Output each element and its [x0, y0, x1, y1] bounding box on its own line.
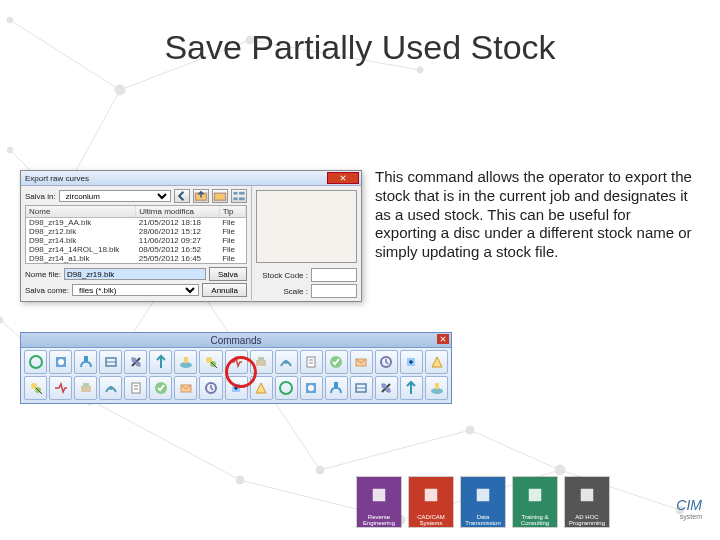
tool-icon [153, 354, 169, 370]
svg-rect-84 [581, 489, 594, 502]
tool-icon [253, 380, 269, 396]
toolbar-button[interactable] [124, 376, 147, 400]
tool-icon [103, 380, 119, 396]
tool-icon [78, 354, 94, 370]
toolbar-button[interactable] [350, 376, 373, 400]
file-row[interactable]: D98_zr14.blk11/06/2012 09:27File [26, 236, 246, 245]
svg-rect-51 [307, 357, 315, 367]
toolbar-button[interactable] [300, 350, 323, 374]
col-type[interactable]: Tip [219, 206, 245, 218]
up-folder-button[interactable] [193, 189, 209, 203]
close-icon [440, 336, 446, 342]
tile-icon [525, 485, 545, 505]
toolbar-button[interactable] [400, 376, 423, 400]
col-modified[interactable]: Ultima modifica [136, 206, 219, 218]
tool-icon [128, 380, 144, 396]
view-menu-button[interactable] [231, 189, 247, 203]
toolbar-button[interactable] [74, 350, 97, 374]
toolbar-button[interactable] [49, 376, 72, 400]
tool-icon [53, 354, 69, 370]
cim-logo: CIMsystem [676, 497, 702, 520]
tool-icon [78, 380, 94, 396]
toolbar-button[interactable] [425, 376, 448, 400]
toolbar-button[interactable] [149, 376, 172, 400]
new-folder-icon [213, 189, 227, 203]
tile-icon [473, 485, 493, 505]
filename-input[interactable] [64, 268, 206, 280]
toolbar-button[interactable] [375, 376, 398, 400]
toolbar-button[interactable] [99, 376, 122, 400]
toolbar-button[interactable] [225, 350, 248, 374]
back-icon [175, 189, 189, 203]
svg-point-28 [7, 147, 13, 153]
svg-point-42 [131, 358, 136, 363]
toolbar-button[interactable] [199, 350, 222, 374]
toolbar-button[interactable] [24, 376, 47, 400]
svg-rect-80 [373, 489, 386, 502]
file-list[interactable]: Nome Ultima modifica Tip D98_zr19_AA.blk… [25, 205, 247, 264]
scale-input[interactable] [311, 284, 357, 298]
toolbar-title[interactable]: Commands [21, 333, 451, 348]
toolbar-button[interactable] [275, 376, 298, 400]
tool-icon [203, 380, 219, 396]
toolbar-button[interactable] [250, 376, 273, 400]
save-in-combo[interactable]: zirconium [59, 190, 171, 202]
save-in-label: Salva in: [25, 192, 56, 201]
svg-rect-39 [84, 356, 88, 361]
toolbar-button[interactable] [425, 350, 448, 374]
footer-tile: Data Transmission [460, 476, 506, 528]
svg-rect-34 [239, 192, 245, 195]
svg-point-25 [316, 466, 324, 474]
svg-point-43 [135, 362, 140, 367]
back-button[interactable] [174, 189, 190, 203]
toolbar-button[interactable] [300, 376, 323, 400]
save-button[interactable]: Salva [209, 267, 247, 281]
toolbar-button[interactable] [99, 350, 122, 374]
toolbar-button[interactable] [325, 376, 348, 400]
filename-label: Nome file: [25, 270, 61, 279]
tool-icon [353, 380, 369, 396]
toolbar-button[interactable] [124, 350, 147, 374]
tool-icon [128, 354, 144, 370]
dialog-close-button[interactable] [327, 172, 359, 184]
svg-point-15 [115, 85, 125, 95]
dialog-titlebar[interactable]: Export raw curves [21, 171, 361, 186]
file-row[interactable]: D98_zr12.blk28/06/2012 15:12File [26, 227, 246, 236]
svg-point-62 [109, 386, 113, 390]
toolbar-button[interactable] [174, 376, 197, 400]
svg-point-76 [382, 384, 387, 389]
svg-rect-79 [435, 383, 439, 389]
file-row[interactable]: D98_zr14_a1.blk25/05/2012 16:45File [26, 254, 246, 263]
toolbar-button[interactable] [350, 350, 373, 374]
toolbar-button[interactable] [400, 350, 423, 374]
toolbar-button[interactable] [375, 350, 398, 374]
cancel-button[interactable]: Annulla [202, 283, 247, 297]
file-row[interactable]: D98_zr14_14ROL_18.blk08/05/2012 16:52Fil… [26, 245, 246, 254]
tool-icon [378, 380, 394, 396]
toolbar-close-button[interactable] [437, 334, 449, 344]
toolbar-button[interactable] [199, 376, 222, 400]
toolbar-button[interactable] [149, 350, 172, 374]
toolbar-button[interactable] [49, 350, 72, 374]
toolbar-button[interactable] [250, 350, 273, 374]
col-name[interactable]: Nome [26, 206, 136, 218]
svg-line-14 [470, 430, 560, 470]
savetype-combo[interactable]: files (*.blk) [72, 284, 199, 296]
toolbar-button[interactable] [225, 376, 248, 400]
stock-code-input[interactable] [311, 268, 357, 282]
new-folder-button[interactable] [212, 189, 228, 203]
svg-point-36 [30, 356, 42, 368]
svg-point-26 [466, 426, 474, 434]
file-row[interactable]: D98_zr19_AA.blk21/05/2012 18:18File [26, 218, 246, 228]
svg-rect-33 [233, 197, 237, 200]
toolbar-button[interactable] [74, 376, 97, 400]
dialog-title-text: Export raw curves [25, 174, 89, 183]
toolbar-button[interactable] [24, 350, 47, 374]
toolbar-button[interactable] [174, 350, 197, 374]
svg-point-77 [386, 388, 391, 393]
toolbar-button[interactable] [275, 350, 298, 374]
body-paragraph: This command allows the operator to expo… [375, 168, 695, 262]
toolbar-button[interactable] [325, 350, 348, 374]
svg-point-21 [555, 465, 565, 475]
tool-icon [328, 354, 344, 370]
